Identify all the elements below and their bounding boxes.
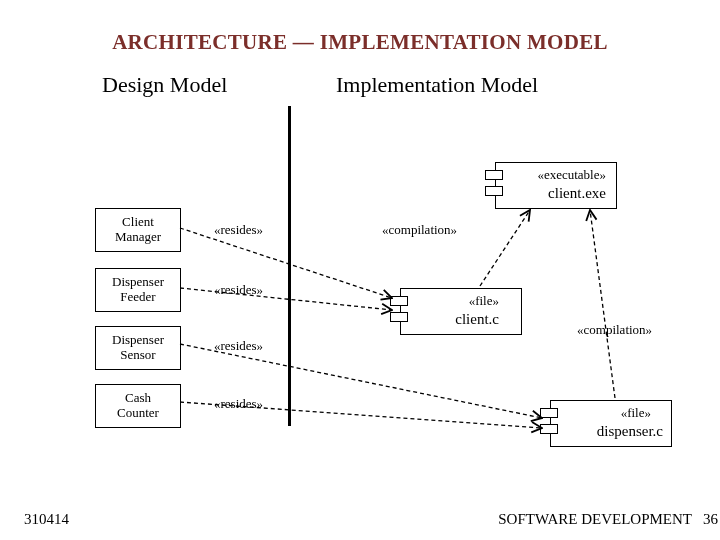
implementation-model-heading: Implementation Model <box>336 72 538 98</box>
label-resides-1: «resides» <box>212 222 265 238</box>
class-dispenser-feeder: Dispenser Feeder <box>95 268 181 312</box>
label-resides-2: «resides» <box>212 282 265 298</box>
component-tab-icon <box>390 296 408 306</box>
component-client-c: «file» client.c <box>400 288 522 335</box>
component-tab-icon <box>390 312 408 322</box>
component-tab-icon <box>485 186 503 196</box>
class-dispenser-sensor: Dispenser Sensor <box>95 326 181 370</box>
label-compilation-1: «compilation» <box>380 222 459 238</box>
label-compilation-2: «compilation» <box>575 322 654 338</box>
stereotype-executable: «executable» <box>537 167 606 183</box>
component-dispenser-c-label: dispenser.c <box>597 423 663 440</box>
stereotype-file: «file» <box>469 293 499 309</box>
vertical-divider <box>288 106 291 426</box>
component-client-c-label: client.c <box>455 311 499 328</box>
page-number: 36 <box>703 511 718 528</box>
stereotype-file: «file» <box>621 405 651 421</box>
label-resides-4: «resides» <box>212 396 265 412</box>
component-tab-icon <box>485 170 503 180</box>
class-cash-counter: Cash Counter <box>95 384 181 428</box>
component-tab-icon <box>540 408 558 418</box>
footer-right: SOFTWARE DEVELOPMENT <box>498 511 692 528</box>
component-client-exe: «executable» client.exe <box>495 162 617 209</box>
svg-line-5 <box>590 210 615 398</box>
component-client-exe-label: client.exe <box>548 185 606 202</box>
class-client-manager: Client Manager <box>95 208 181 252</box>
svg-line-4 <box>480 210 530 286</box>
footer-left: 310414 <box>24 511 69 528</box>
component-dispenser-c: «file» dispenser.c <box>550 400 672 447</box>
label-resides-3: «resides» <box>212 338 265 354</box>
page-title: ARCHITECTURE — IMPLEMENTATION MODEL <box>0 30 720 55</box>
component-tab-icon <box>540 424 558 434</box>
design-model-heading: Design Model <box>102 72 227 98</box>
